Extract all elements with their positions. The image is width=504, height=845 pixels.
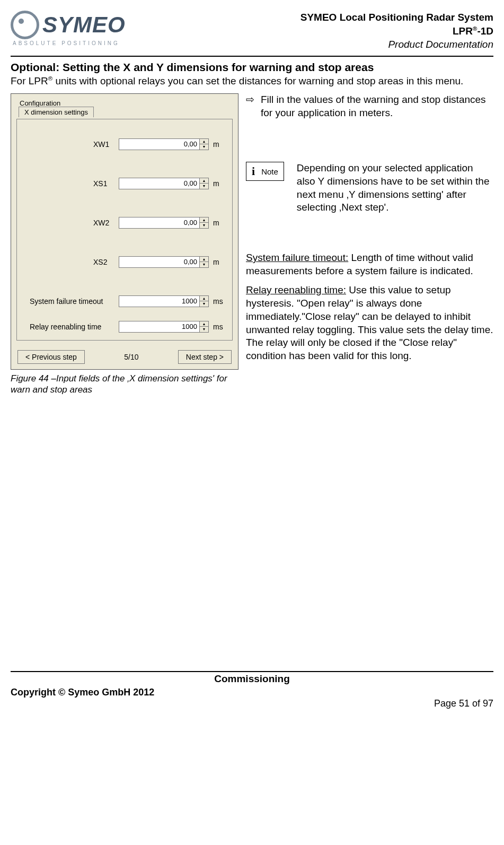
doc-title-line2: LPR®-1D <box>300 24 493 38</box>
footer-copyright: Copyright © Symeo GmbH 2012 <box>11 687 154 698</box>
spin-down-icon[interactable]: ▼ <box>200 301 208 307</box>
config-dialog: Configuration X dimension settings XW1 ▲… <box>11 93 238 370</box>
para-relay-reenabling-time: Relay reenabling time: Use this value to… <box>246 284 493 362</box>
input-rrt[interactable]: ▲▼ <box>119 321 209 333</box>
label-xw2: XW2 <box>93 219 114 227</box>
spin-down-icon[interactable]: ▼ <box>200 262 208 267</box>
spin-up-icon[interactable]: ▲ <box>200 178 208 184</box>
spin-up-icon[interactable]: ▲ <box>200 139 208 144</box>
unit-rrt: ms <box>213 323 226 331</box>
tab-x-dimension[interactable]: X dimension settings <box>19 107 94 117</box>
spin-up-icon[interactable]: ▲ <box>200 321 208 327</box>
logo-text: SYMEO <box>42 12 126 38</box>
unit-xs2: m <box>213 258 226 266</box>
footer-page: Page 51 of 97 <box>11 698 493 709</box>
unit-xs1: m <box>213 179 226 188</box>
note-label: Note <box>261 167 278 176</box>
note-body: Depending on your selected application a… <box>297 162 493 214</box>
input-xs1[interactable]: ▲▼ <box>119 178 209 189</box>
unit-xw1: m <box>213 140 226 149</box>
label-rrt: Relay reenabling time <box>30 323 114 331</box>
logo-subtitle: ABSOLUTE POSITIONING <box>13 40 120 46</box>
info-icon: i <box>252 164 255 178</box>
arrow-icon: ⇨ <box>246 93 254 119</box>
spin-up-icon[interactable]: ▲ <box>200 296 208 301</box>
previous-step-button[interactable]: < Previous step <box>17 350 85 364</box>
instruction-fill-values: Fill in the values of the warning and st… <box>261 93 493 119</box>
note-box: i Note <box>246 162 284 181</box>
label-xs2: XS2 <box>93 258 114 266</box>
spin-down-icon[interactable]: ▼ <box>200 144 208 150</box>
unit-sft: ms <box>213 297 226 306</box>
spin-up-icon[interactable]: ▲ <box>200 257 208 262</box>
input-xw2[interactable]: ▲▼ <box>119 217 209 229</box>
spin-up-icon[interactable]: ▲ <box>200 217 208 223</box>
logo: SYMEO ABSOLUTE POSITIONING <box>11 11 126 46</box>
step-indicator: 5/10 <box>124 353 138 361</box>
logo-icon <box>11 11 39 39</box>
section-intro: For LPR® units with optional relays you … <box>11 75 493 88</box>
doc-title-line1: SYMEO Local Positioning Radar System <box>300 11 493 24</box>
para-system-failure-timeout: System failure timeout: Length of time w… <box>246 251 493 277</box>
input-sft[interactable]: ▲▼ <box>119 295 209 307</box>
spin-down-icon[interactable]: ▼ <box>200 184 208 189</box>
header-rule <box>11 56 493 57</box>
spin-down-icon[interactable]: ▼ <box>200 223 208 228</box>
label-xw1: XW1 <box>93 140 114 149</box>
input-xw1[interactable]: ▲▼ <box>119 138 209 150</box>
unit-xw2: m <box>213 219 226 227</box>
label-xs1: XS1 <box>93 179 114 188</box>
doc-title-line3: Product Documentation <box>300 38 493 51</box>
footer-section: Commissioning <box>11 673 493 685</box>
footer-rule <box>11 671 493 672</box>
figure-caption: Figure 44 –Input fields of the ‚X dimens… <box>11 373 238 396</box>
spin-down-icon[interactable]: ▼ <box>200 327 208 332</box>
input-xs2[interactable]: ▲▼ <box>119 256 209 268</box>
label-sft: System failure timeout <box>30 297 114 306</box>
section-heading: Optional: Setting the X and Y dimensions… <box>11 61 493 74</box>
next-step-button[interactable]: Next step > <box>178 350 232 364</box>
